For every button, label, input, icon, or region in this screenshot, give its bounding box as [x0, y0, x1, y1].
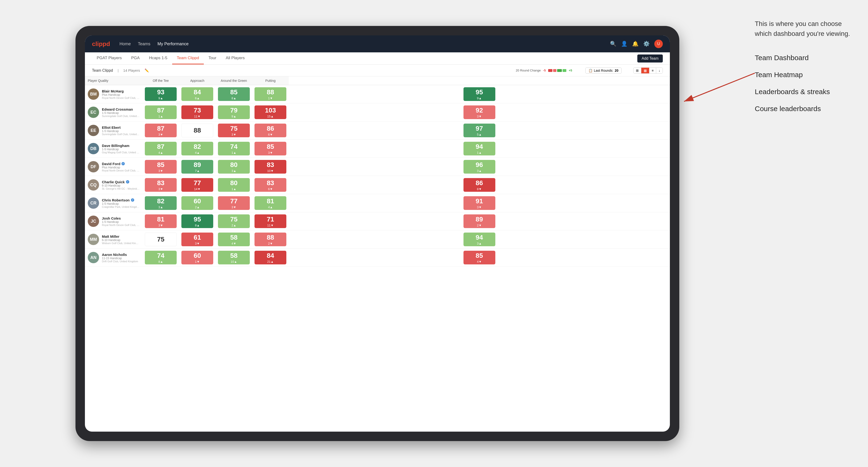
table-row[interactable]: EC Edward Crossman 1-5 Handicap Sunningd…	[85, 103, 670, 121]
player-avatar: DB	[88, 143, 99, 154]
metric-cell-approach: 58 4▼	[216, 230, 252, 249]
edit-icon[interactable]: ✏️	[145, 68, 149, 73]
table-row[interactable]: CQ Charlie Quick ✓ 6-10 Handicap St. Geo…	[85, 176, 670, 194]
round-change-section: 20 Round Change -5 +5	[516, 69, 572, 72]
metric-change: 9▲	[477, 96, 482, 100]
nav-link-teams[interactable]: Teams	[138, 41, 151, 46]
metric-inner: 88 1▼	[267, 88, 274, 100]
player-club: Craigmillar Park, United Kingdom	[102, 206, 140, 208]
table-row[interactable]: EE Elliot Ebert 1-5 Handicap Sunningdale…	[85, 121, 670, 139]
team-name: Team Clippd	[92, 68, 113, 73]
table-row[interactable]: MM Matt Miller 6-10 Handicap Woburn Golf…	[85, 230, 670, 249]
nav-link-my-performance[interactable]: My Performance	[158, 41, 189, 46]
metric-cell-quality: 75	[143, 230, 179, 249]
table-row[interactable]: DF David Ford ✓ Plus Handicap Royal Nort…	[85, 158, 670, 176]
metric-cell-approach: 75 3▼	[216, 121, 252, 139]
metric-inner: 92 3▼	[475, 106, 483, 118]
tab-tour[interactable]: Tour	[204, 52, 221, 64]
metric-value: 60	[194, 252, 201, 259]
metric-cell-around_green: 88 2▼	[252, 230, 289, 249]
view-heatmap-button[interactable]: ▦	[641, 68, 649, 73]
metric-cell-around_green: 84 21▲	[252, 249, 289, 267]
nav-link-home[interactable]: Home	[120, 41, 131, 46]
metric-change: 9▲	[158, 96, 163, 100]
player-info: Charlie Quick ✓ 6-10 Handicap St. George…	[102, 180, 140, 190]
table-row[interactable]: BM Blair McHarg Plus Handicap Royal Nort…	[85, 85, 670, 103]
metric-value: 94	[475, 234, 483, 241]
col-header-around-green: Around the Green	[216, 76, 252, 85]
metric-inner: 86 8▼	[475, 179, 483, 191]
tab-pga[interactable]: PGA	[126, 52, 144, 64]
player-avatar: BM	[88, 88, 99, 100]
metric-value: 75	[230, 125, 238, 132]
last-rounds-button[interactable]: 📋 Last Rounds: 20	[585, 67, 621, 73]
metric-change: 1▲	[158, 115, 163, 118]
data-table: Player Quality Off the Tee Approach Arou…	[85, 76, 670, 267]
metric-box: 82 4▲	[181, 142, 213, 155]
metric-change: 11▼	[267, 224, 274, 227]
search-icon[interactable]: 🔍	[610, 41, 616, 47]
metric-value: 74	[230, 143, 238, 151]
tablet-screen: clippd Home Teams My Performance 🔍 👤 🔔 ⚙…	[85, 35, 670, 432]
table-row[interactable]: DB Dave Billingham 1-5 Handicap Gog Mago…	[85, 139, 670, 158]
metric-value: 74	[157, 252, 164, 259]
player-name: Josh Coles	[102, 216, 140, 220]
settings-icon[interactable]: ⚙️	[643, 41, 650, 47]
metric-cell-around_green: 71 11▼	[252, 212, 289, 230]
metric-box: 97 5▲	[464, 124, 495, 137]
last-rounds-label: Last Rounds:	[594, 69, 614, 72]
metric-inner: 94 3▲	[475, 234, 483, 245]
tab-hcaps[interactable]: Hcaps 1-5	[144, 52, 172, 64]
table-row[interactable]: AN Aaron Nicholls 11-15 Handicap Drift G…	[85, 249, 670, 267]
user-icon[interactable]: 👤	[621, 41, 627, 47]
add-team-button[interactable]: Add Team	[637, 55, 663, 63]
metric-cell-off_tee: 77 14▼	[179, 176, 216, 194]
metric-box: 74 8▲	[145, 251, 177, 264]
tab-pgat-players[interactable]: PGAT Players	[92, 52, 126, 64]
bell-icon[interactable]: 🔔	[632, 41, 639, 47]
metric-box: 85 4▼	[464, 251, 495, 264]
metric-box: 84 6▲	[181, 87, 213, 101]
metric-value: 93	[157, 88, 164, 96]
metric-change: 7▲	[195, 169, 199, 173]
metric-inner: 87 4▲	[157, 143, 164, 154]
metric-box: 82 3▲	[145, 196, 177, 210]
player-handicap: 1-5 Handicap	[102, 202, 140, 206]
app-logo: clippd	[92, 40, 110, 48]
metric-cell-approach: 75 2▲	[216, 212, 252, 230]
metric-inner: 89 2▼	[475, 216, 483, 227]
round-change-plus: +5	[569, 69, 572, 72]
metric-cell-putting: 92 3▼	[289, 103, 670, 121]
avatar[interactable]: U	[654, 40, 663, 48]
metric-inner: 74 1▲	[230, 143, 238, 154]
round-change-label: 20 Round Change	[516, 69, 541, 72]
metric-change: 3▼	[477, 206, 482, 209]
tab-all-players[interactable]: All Players	[221, 52, 249, 64]
player-handicap: Plus Handicap	[102, 93, 140, 96]
metric-inner: 87 3▼	[157, 125, 164, 136]
metric-change: 11▼	[194, 115, 200, 118]
tab-team-clippd[interactable]: Team Clippd	[172, 52, 204, 64]
col-header-putting: Putting	[252, 76, 289, 85]
player-cell: MM Matt Miller 6-10 Handicap Woburn Golf…	[85, 230, 143, 248]
metric-inner: 85 4▼	[475, 252, 483, 263]
last-rounds-icon: 📋	[588, 69, 592, 72]
metric-inner: 89 7▲	[194, 161, 201, 173]
view-list-button[interactable]: ≡	[649, 68, 656, 73]
metric-value: 87	[157, 143, 164, 151]
sub-nav: PGAT Players PGA Hcaps 1-5 Team Clippd T…	[85, 52, 670, 65]
metric-cell-putting: 94 3▲	[289, 230, 670, 249]
metric-inner: 86 6▼	[267, 125, 274, 136]
metric-inner: 60 2▲	[194, 197, 201, 209]
metric-box: 71 11▼	[254, 214, 286, 228]
table-row[interactable]: CR Chris Robertson ✓ 1-5 Handicap Craigm…	[85, 194, 670, 212]
player-name: David Ford ✓	[102, 162, 140, 166]
annotation-items: Team Dashboard Team Heatmap Leaderboards…	[755, 53, 854, 114]
table-row[interactable]: JC Josh Coles 1-5 Handicap Royal North D…	[85, 212, 670, 230]
verified-icon: ✓	[126, 180, 129, 184]
metric-change: 8▼	[477, 187, 482, 191]
view-grid-button[interactable]: ⊞	[633, 68, 641, 73]
metric-box: 93 9▲	[145, 87, 177, 101]
metric-inner: 71 11▼	[267, 216, 274, 227]
view-export-button[interactable]: ↓	[656, 68, 662, 73]
